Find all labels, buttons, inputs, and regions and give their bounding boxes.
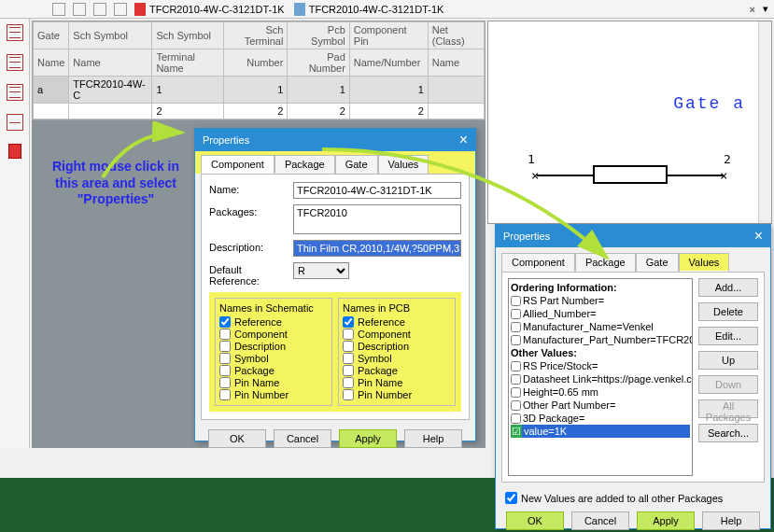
tab-lib-doc[interactable]: TFCR2010-4W-C-3121DT-1K	[294, 3, 444, 16]
apply-button[interactable]: Apply	[339, 429, 397, 448]
tool-icon[interactable]	[7, 84, 23, 101]
cell-pin[interactable]: 2	[349, 104, 428, 119]
tool-icon[interactable]	[7, 114, 23, 131]
checkbox[interactable]	[343, 316, 354, 328]
tool-icon[interactable]	[7, 24, 23, 41]
close-icon[interactable]: ×	[754, 229, 763, 244]
apply-button[interactable]: Apply	[637, 511, 695, 530]
check-component[interactable]: Component	[343, 329, 451, 340]
description-input[interactable]: Thin Film CR,2010,1/4W,?50PPM,3.12K,?0.5…	[293, 240, 461, 257]
cell-sch[interactable]: TFCR2010-4W-C	[69, 77, 152, 104]
check-description[interactable]: Description	[343, 341, 451, 352]
close-tab-icon[interactable]: ×	[750, 4, 755, 15]
pdf-icon[interactable]	[8, 144, 21, 159]
checkbox[interactable]	[343, 365, 354, 376]
checkbox[interactable]	[219, 353, 231, 364]
col-netclass[interactable]: Net (Class)	[428, 22, 484, 49]
list-checkbox[interactable]	[511, 322, 521, 332]
cell-sch[interactable]	[69, 104, 152, 119]
tab-values[interactable]: Values	[679, 253, 730, 272]
help-button[interactable]: Help	[404, 429, 462, 448]
tab-gate[interactable]: Gate	[636, 253, 679, 272]
checkbox[interactable]	[219, 316, 231, 328]
cell-num[interactable]: 1	[224, 77, 288, 104]
footer-checkbox[interactable]: New Values are added to all other Packag…	[496, 488, 770, 508]
checkbox[interactable]	[219, 365, 231, 376]
list-checkbox[interactable]	[511, 387, 521, 398]
col-schsym2[interactable]: Sch Symbol	[152, 22, 224, 49]
allpkg-checkbox[interactable]	[505, 492, 517, 504]
cell-gate[interactable]: a	[34, 77, 69, 104]
tab-package[interactable]: Package	[575, 253, 636, 272]
check-component[interactable]: Component	[219, 329, 328, 340]
check-symbol[interactable]: Symbol	[219, 353, 328, 364]
col-schterm[interactable]: Sch Terminal	[224, 22, 288, 49]
cell-num[interactable]: 2	[224, 104, 288, 119]
checkbox[interactable]	[343, 389, 354, 400]
checkbox[interactable]	[343, 341, 354, 352]
list-checkbox[interactable]	[511, 400, 521, 411]
ok-button[interactable]: OK	[506, 511, 564, 530]
check-description[interactable]: Description	[219, 341, 328, 352]
tab-gate[interactable]: Gate	[335, 155, 378, 174]
col-pcbsym[interactable]: Pcb Symbol	[288, 22, 349, 49]
packages-input[interactable]: TFCR2010	[293, 204, 461, 234]
edit-button[interactable]: Edit...	[698, 327, 758, 345]
check-pinname[interactable]: Pin Name	[343, 377, 451, 388]
allpkg-button[interactable]: All Packages	[698, 399, 758, 418]
dialog-titlebar[interactable]: Properties ×	[195, 129, 475, 151]
cell-gate[interactable]	[34, 104, 69, 119]
check-package[interactable]: Package	[343, 365, 451, 376]
delete-button[interactable]: Delete	[698, 302, 758, 321]
cell-pad[interactable]: 2	[288, 104, 349, 119]
tab-component[interactable]: Component	[201, 155, 274, 174]
list-checkbox[interactable]	[511, 296, 521, 306]
col-comppin[interactable]: Component Pin	[349, 22, 428, 49]
table-row[interactable]: 2 2 2 2	[34, 104, 485, 119]
list-item[interactable]: 3D Package=	[511, 412, 690, 425]
list-checkbox[interactable]	[511, 413, 521, 424]
col-schsym[interactable]: Sch Symbol	[69, 22, 152, 49]
tab-pdf-doc[interactable]: TFCR2010-4W-C-3121DT-1K	[134, 3, 285, 16]
list-checkbox[interactable]	[511, 309, 521, 319]
scrollbar[interactable]	[758, 21, 771, 223]
checkbox[interactable]	[343, 377, 354, 388]
up-button[interactable]: Up	[698, 351, 758, 370]
list-item[interactable]: Other Part Number=	[511, 399, 690, 412]
check-pinnumber[interactable]: Pin Number	[343, 389, 451, 400]
check-pinname[interactable]: Pin Name	[219, 377, 328, 388]
checkbox[interactable]	[219, 377, 231, 388]
table-row[interactable]: a TFCR2010-4W-C 1 1 1 1	[34, 77, 485, 104]
checkbox[interactable]	[219, 389, 231, 400]
checkbox[interactable]	[343, 353, 354, 364]
cell-pad[interactable]: 1	[288, 77, 349, 104]
checkbox[interactable]	[343, 329, 354, 340]
tab-dropdown-icon[interactable]: ▾	[763, 3, 768, 15]
list-item[interactable]: Height=0.65 mm	[511, 385, 690, 399]
check-symbol[interactable]: Symbol	[343, 353, 451, 364]
cell-net[interactable]	[428, 104, 484, 119]
check-reference[interactable]: Reference	[219, 316, 328, 328]
defref-select[interactable]: R	[293, 262, 349, 279]
cell-pin[interactable]: 1	[349, 77, 428, 104]
search-button[interactable]: Search...	[698, 424, 758, 442]
cell-net[interactable]	[428, 77, 484, 104]
tab-package[interactable]: Package	[274, 155, 335, 174]
cancel-button[interactable]: Cancel	[571, 511, 629, 530]
list-checkbox[interactable]	[511, 335, 521, 345]
checkbox[interactable]	[219, 329, 231, 340]
cell-tn[interactable]: 2	[152, 104, 224, 119]
check-pinnumber[interactable]: Pin Number	[219, 389, 328, 400]
help-button[interactable]: Help	[702, 511, 760, 530]
name-input[interactable]	[293, 182, 461, 199]
list-checkbox[interactable]	[511, 374, 521, 385]
check-package[interactable]: Package	[219, 365, 328, 376]
cancel-button[interactable]: Cancel	[274, 429, 331, 448]
add-button[interactable]: Add...	[698, 278, 758, 297]
col-gate[interactable]: Gate	[34, 22, 69, 49]
dialog-titlebar[interactable]: Properties ×	[496, 225, 770, 247]
list-item[interactable]: Allied_Number=	[511, 307, 690, 320]
close-icon[interactable]: ×	[459, 133, 468, 147]
tab-values[interactable]: Values	[378, 155, 429, 174]
schematic-preview[interactable]: Gate a ×× 1 2	[487, 21, 772, 224]
